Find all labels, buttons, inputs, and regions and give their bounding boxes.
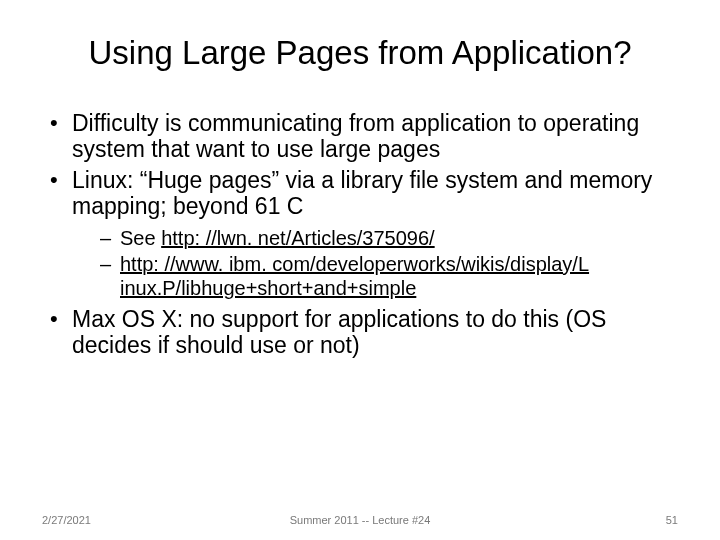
bullet-list: Difficulty is communicating from applica… [46, 110, 674, 359]
footer-center: Summer 2011 -- Lecture #24 [0, 514, 720, 526]
slide: Using Large Pages from Application? Diff… [0, 0, 720, 540]
bullet-item: Difficulty is communicating from applica… [46, 110, 674, 163]
link-text: http: //www. ibm. com/developerworks/wik… [120, 253, 589, 299]
sub-bullet-item: See http: //lwn. net/Articles/375096/ [100, 226, 674, 250]
sub-bullet-item: http: //www. ibm. com/developerworks/wik… [100, 252, 674, 300]
footer-date: 2/27/2021 [42, 514, 91, 526]
bullet-item: Max OS X: no support for applications to… [46, 306, 674, 359]
footer-page-number: 51 [666, 514, 678, 526]
link-text: http: //lwn. net/Articles/375096/ [161, 227, 435, 249]
slide-body: Difficulty is communicating from applica… [0, 82, 720, 359]
slide-footer: 2/27/2021 Summer 2011 -- Lecture #24 51 [0, 514, 720, 526]
sub-bullet-text: See [120, 227, 161, 249]
slide-title: Using Large Pages from Application? [0, 0, 720, 82]
bullet-item: Linux: “Huge pages” via a library file s… [46, 167, 674, 220]
sub-bullet-list: See http: //lwn. net/Articles/375096/ ht… [46, 226, 674, 300]
